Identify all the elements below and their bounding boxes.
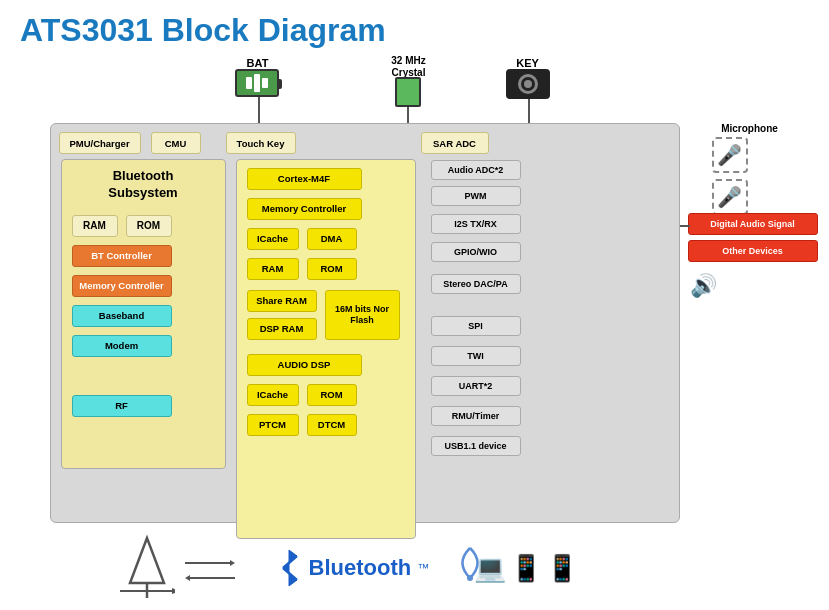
- bt-subsystem: BluetoothSubsystem RAM ROM BT Controller…: [61, 159, 226, 469]
- mic-icon-2: 🎤: [712, 179, 748, 215]
- key-icon: [506, 69, 550, 99]
- dsp-ram-box: RAM: [247, 258, 299, 280]
- gpio-label: GPIO/WIO: [431, 242, 521, 262]
- other-devices-badge: Other Devices: [688, 240, 818, 262]
- mic-icon-1: 🎤: [712, 137, 748, 173]
- usb-label: USB1.1 device: [431, 436, 521, 456]
- twi-label: TWI: [431, 346, 521, 366]
- antenna-icon: [120, 533, 175, 603]
- bluetooth-text: Bluetooth: [309, 555, 412, 581]
- key-label: KEY: [510, 57, 546, 69]
- ptcm-box: PTCM: [247, 414, 299, 436]
- audio-adc-label: Audio ADC*2: [431, 160, 521, 180]
- cortex-m4f-box: Cortex-M4F: [247, 168, 362, 190]
- dsp-memory-controller-box: Memory Controller: [247, 198, 362, 220]
- svg-marker-6: [230, 560, 235, 566]
- double-arrow-icon: [185, 553, 235, 583]
- cmu-label: CMU: [151, 132, 201, 154]
- bluetooth-icon: [275, 550, 303, 586]
- nor-flash-box: 16M bits Nor Flash: [325, 290, 400, 340]
- share-ram-box: Share RAM: [247, 290, 317, 312]
- bt-rf-box: RF: [72, 395, 172, 417]
- svg-point-9: [467, 575, 473, 581]
- crystal-label: 32 MHzCrystal: [385, 55, 433, 79]
- dsp-icache-box: ICache: [247, 228, 299, 250]
- dsp-dma-box: DMA: [307, 228, 357, 250]
- bt-controller-box: BT Controller: [72, 245, 172, 267]
- pmu-label: PMU/Charger: [59, 132, 141, 154]
- uart-label: UART*2: [431, 376, 521, 396]
- bt-subsystem-title: BluetoothSubsystem: [62, 168, 225, 202]
- dsp-icache2-box: ICache: [247, 384, 299, 406]
- spi-label: SPI: [431, 316, 521, 336]
- dsp-rom2-box: ROM: [307, 384, 357, 406]
- dsp-block: Cortex-M4F Memory Controller ICache DMA …: [236, 159, 416, 539]
- bt-baseband-box: Baseband: [72, 305, 172, 327]
- sar-adc-label: SAR ADC: [421, 132, 489, 154]
- bottom-section: Bluetooth ™ 💻 📱 📱: [120, 533, 579, 603]
- phone-icon: 📱: [510, 553, 542, 584]
- i2s-label: I2S TX/RX: [431, 214, 521, 234]
- page-title: ATS3031 Block Diagram: [0, 0, 829, 55]
- bluetooth-trademark: ™: [417, 561, 429, 575]
- bt-memory-controller-box: Memory Controller: [72, 275, 172, 297]
- crystal-icon: [395, 77, 421, 107]
- touch-key-label: Touch Key: [226, 132, 296, 154]
- bt-wave-icon: [450, 538, 490, 588]
- svg-marker-0: [130, 538, 164, 583]
- speaker-icon: 🔊: [690, 273, 717, 299]
- bt-rom-box: ROM: [126, 215, 172, 237]
- rmu-label: RMU/Timer: [431, 406, 521, 426]
- i2s-connector: [680, 225, 690, 227]
- svg-marker-3: [172, 588, 175, 594]
- dsp-ram2-box: DSP RAM: [247, 318, 317, 340]
- microphone-label: Microphone: [710, 123, 790, 134]
- bt-ram-box: RAM: [72, 215, 118, 237]
- tablet-icon: 📱: [546, 553, 578, 584]
- pwm-label: PWM: [431, 186, 521, 206]
- dsp-rom-box: ROM: [307, 258, 357, 280]
- bluetooth-logo-area: Bluetooth ™: [275, 550, 430, 586]
- dtcm-box: DTCM: [307, 414, 357, 436]
- device-icons: 💻 📱 📱: [474, 553, 578, 584]
- svg-marker-7: [185, 575, 190, 581]
- digital-audio-signal-badge: Digital Audio Signal: [688, 213, 818, 235]
- main-block: PMU/Charger CMU Touch Key SAR ADC Blueto…: [50, 123, 680, 523]
- bt-modem-box: Modem: [72, 335, 172, 357]
- diagram-container: BAT 32 MHzCrystal KEY PMU/Charger CMU To…: [40, 55, 830, 595]
- audio-dsp-box: AUDIO DSP: [247, 354, 362, 376]
- stereo-dac-label: Stereo DAC/PA: [431, 274, 521, 294]
- bat-label: BAT: [238, 57, 278, 69]
- bat-icon: [235, 69, 279, 97]
